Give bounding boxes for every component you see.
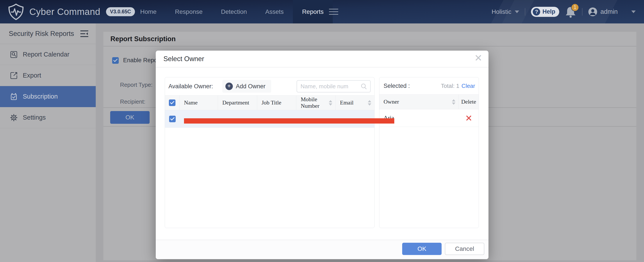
sort-icon[interactable] <box>329 100 332 106</box>
sort-icon[interactable] <box>368 100 371 106</box>
sidebar-item-report-calendar[interactable]: Report Calendar <box>0 44 96 65</box>
owner-table-header: Name Department Job Title Mobile Number … <box>165 95 374 110</box>
gear-icon <box>10 114 18 121</box>
sidebar-item-subscription[interactable]: Subscription <box>0 86 96 107</box>
selected-total: Total: 1 <box>441 82 459 90</box>
divider <box>582 8 582 16</box>
username-label: admin <box>600 8 618 15</box>
subscription-icon <box>10 93 18 100</box>
collapse-sidebar-icon[interactable] <box>80 30 89 38</box>
selected-table-header: Owner Delete <box>380 94 478 109</box>
divider <box>525 8 525 16</box>
sidebar-item-label: Settings <box>23 114 46 121</box>
sidebar-item-settings[interactable]: Settings <box>0 107 96 128</box>
brand-title: Cyber Command <box>29 6 100 17</box>
nav-item-assets[interactable]: Assets <box>256 0 293 24</box>
cyber-command-logo-icon <box>8 3 24 20</box>
plus-icon: + <box>226 82 233 90</box>
available-owner-label: Available Owner: <box>168 83 213 90</box>
report-type-label: Report Type: <box>120 82 152 88</box>
view-selector-dropdown[interactable]: Holistic <box>492 8 519 15</box>
nav-item-home[interactable]: Home <box>131 0 166 24</box>
select-owner-dialog: Select Owner ✕ Available Owner: + Add Ow… <box>156 50 488 259</box>
dialog-ok-button[interactable]: OK <box>402 243 442 255</box>
select-all-checkbox[interactable] <box>169 100 176 106</box>
help-button[interactable]: ? Help <box>531 7 559 17</box>
sidebar: Security Risk Reports Report Calendar Ex… <box>0 24 96 262</box>
sidebar-item-label: Export <box>23 72 41 79</box>
page-ok-button[interactable]: OK <box>110 111 150 124</box>
dialog-cancel-button[interactable]: Cancel <box>445 243 484 255</box>
selected-owner-panel: Selected : Total: 1 Clear Owner Delete A… <box>379 77 479 228</box>
sort-icon[interactable] <box>452 99 456 105</box>
sidebar-item-label: Report Calendar <box>23 51 70 58</box>
sidebar-title: Security Risk Reports <box>9 30 74 38</box>
enable-report-checkbox[interactable] <box>112 57 119 64</box>
question-mark-icon: ? <box>533 8 540 16</box>
notifications-bell-icon[interactable]: 1 <box>565 6 576 18</box>
column-header-mobile-number[interactable]: Mobile Number <box>296 96 336 110</box>
owner-search-input[interactable] <box>300 83 360 90</box>
user-menu[interactable]: admin <box>588 7 618 16</box>
column-header-delete: Delete <box>459 95 478 109</box>
delete-owner-icon[interactable] <box>459 115 478 121</box>
avatar <box>588 7 597 16</box>
export-icon <box>10 72 18 79</box>
user-chevron-down-icon[interactable] <box>631 10 636 13</box>
nav-item-response[interactable]: Response <box>166 0 212 24</box>
column-header-name: Name <box>180 96 218 110</box>
sidebar-item-label: Subscription <box>23 93 58 100</box>
selected-owner-row: Aria <box>380 109 478 127</box>
redaction-bar <box>184 118 394 124</box>
view-selector-label: Holistic <box>492 8 511 15</box>
sidebar-item-export[interactable]: Export <box>0 65 96 86</box>
enable-report-label: Enable Report <box>123 57 161 64</box>
version-badge: V3.0.65C <box>106 7 135 16</box>
page-title: Report Subscription <box>110 35 176 43</box>
nav-item-reports[interactable]: Reports <box>293 0 333 24</box>
nav-item-detection[interactable]: Detection <box>212 0 256 24</box>
column-header-job-title: Job Title <box>257 96 296 110</box>
row-checkbox[interactable] <box>169 116 176 122</box>
close-icon[interactable]: ✕ <box>474 53 482 63</box>
main-nav: Home Response Detection Assets Reports <box>131 0 333 24</box>
available-owner-panel: Available Owner: + Add Owner Name Depart… <box>165 77 374 228</box>
column-header-email[interactable]: Email <box>336 96 374 110</box>
dialog-footer: OK Cancel <box>156 240 488 259</box>
more-menus-icon[interactable] <box>329 0 338 24</box>
chevron-down-icon <box>515 10 519 13</box>
selected-label: Selected : <box>384 82 410 90</box>
clear-link[interactable]: Clear <box>462 82 475 90</box>
report-calendar-icon <box>10 51 18 58</box>
dialog-title: Select Owner <box>164 55 204 63</box>
owner-search-box <box>296 80 371 92</box>
column-header-department: Department <box>218 96 257 110</box>
search-icon[interactable] <box>360 83 367 90</box>
top-navbar: Cyber Command V3.0.65C Home Response Det… <box>0 0 644 24</box>
column-header-owner[interactable]: Owner <box>380 95 459 109</box>
notification-count-badge: 1 <box>571 4 579 12</box>
add-owner-button[interactable]: + Add Owner <box>222 80 271 93</box>
recipient-label: Recipient: <box>120 98 146 105</box>
